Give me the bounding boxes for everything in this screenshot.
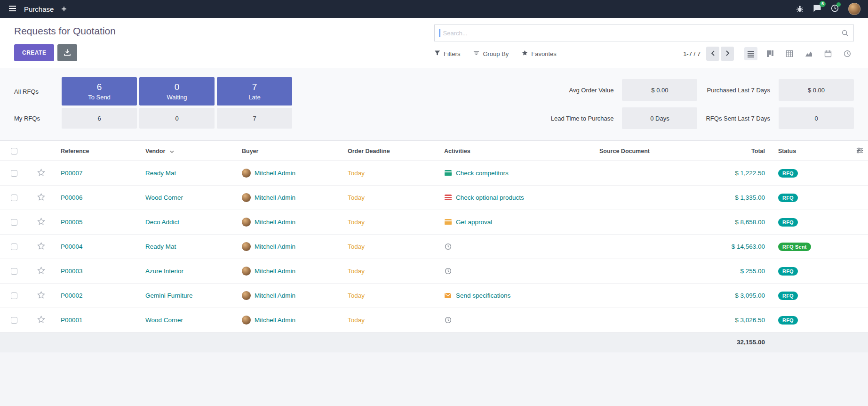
my-rfqs-label[interactable]: My RFQs <box>14 115 59 122</box>
vendor-link[interactable]: Deco Addict <box>145 219 179 226</box>
waiting-card[interactable]: 0 Waiting <box>139 77 215 106</box>
activity-label[interactable]: Check competitors <box>456 170 509 177</box>
vendor-link[interactable]: Ready Mat <box>145 243 176 250</box>
messages-button[interactable]: 5 <box>813 4 821 14</box>
table-row[interactable]: P00005 Deco Addict Mitchell Admin Today … <box>0 210 868 235</box>
favorite-star-icon[interactable] <box>37 242 45 250</box>
activity-icon[interactable] <box>444 194 452 201</box>
my-to-send-count[interactable]: 6 <box>62 108 137 129</box>
activity-label[interactable]: Check optional products <box>456 194 524 201</box>
activities-button[interactable] <box>831 4 839 14</box>
reference-link[interactable]: P00001 <box>61 317 83 324</box>
kpi-value-rfqs-sent-last-7-days[interactable]: 0 <box>779 107 854 129</box>
favorite-star-icon[interactable] <box>37 193 45 201</box>
table-row[interactable]: P00007 Ready Mat Mitchell Admin Today Ch… <box>0 161 868 186</box>
reference-link[interactable]: P00003 <box>61 268 83 275</box>
activity-icon[interactable] <box>444 317 452 324</box>
buyer-link[interactable]: Mitchell Admin <box>255 194 295 201</box>
view-kanban-icon[interactable] <box>764 47 777 60</box>
activity-icon[interactable] <box>444 292 452 299</box>
all-rfqs-label[interactable]: All RFQs <box>14 88 59 95</box>
favorite-star-icon[interactable] <box>37 316 45 323</box>
create-button[interactable]: CREATE <box>14 44 54 61</box>
table-row[interactable]: P00001 Wood Corner Mitchell Admin Today … <box>0 308 868 333</box>
app-menu-label[interactable]: Purchase <box>24 5 54 13</box>
activity-label[interactable]: Send specifications <box>456 292 510 299</box>
reference-link[interactable]: P00005 <box>61 219 83 226</box>
view-activity-icon[interactable] <box>841 47 854 60</box>
late-card[interactable]: 7 Late <box>217 77 292 106</box>
buyer-link[interactable]: Mitchell Admin <box>255 317 295 324</box>
vendor-link[interactable]: Ready Mat <box>145 170 176 177</box>
filters-button[interactable]: Filters <box>434 50 460 57</box>
kpi-value-lead-time-to-purchase[interactable]: 0 Days <box>622 107 697 129</box>
favorite-star-icon[interactable] <box>37 169 45 176</box>
search-icon[interactable] <box>842 30 849 37</box>
table-header-row: Reference Vendor Buyer Order Deadline Ac… <box>0 141 868 161</box>
my-late-count[interactable]: 7 <box>217 108 292 129</box>
activity-icon[interactable] <box>444 243 452 250</box>
view-graph-icon[interactable] <box>802 47 815 60</box>
vendor-link[interactable]: Azure Interior <box>145 268 183 275</box>
row-checkbox[interactable] <box>11 219 17 226</box>
activity-icon[interactable] <box>444 170 452 177</box>
favorite-star-icon[interactable] <box>37 267 45 274</box>
vendor-link[interactable]: Wood Corner <box>145 317 183 324</box>
buyer-link[interactable]: Mitchell Admin <box>255 219 295 226</box>
pager-previous-button[interactable] <box>706 47 719 61</box>
search-input[interactable] <box>442 29 840 37</box>
debug-bug-icon[interactable] <box>796 5 804 13</box>
header-order-deadline[interactable]: Order Deadline <box>341 141 438 161</box>
group-by-button[interactable]: Group By <box>473 50 509 57</box>
vendor-link[interactable]: Gemini Furniture <box>145 292 193 299</box>
activity-icon[interactable] <box>444 219 452 226</box>
row-checkbox[interactable] <box>11 268 17 275</box>
header-vendor-label: Vendor <box>145 148 165 154</box>
header-vendor[interactable]: Vendor <box>139 141 235 161</box>
header-buyer[interactable]: Buyer <box>235 141 341 161</box>
activity-icon[interactable] <box>444 268 452 275</box>
kpi-value-purchased-last-7-days[interactable]: $ 0.00 <box>779 79 854 101</box>
select-all-checkbox[interactable] <box>11 148 17 154</box>
view-pivot-icon[interactable] <box>783 47 796 60</box>
favorites-button[interactable]: Favorites <box>522 50 556 57</box>
activity-label[interactable]: Get approval <box>456 219 492 226</box>
kpi-value-avg-order-value[interactable]: $ 0.00 <box>622 79 697 101</box>
pager-next-button[interactable] <box>721 47 734 61</box>
header-status[interactable]: Status <box>772 141 852 161</box>
header-total[interactable]: Total <box>710 141 772 161</box>
table-row[interactable]: P00002 Gemini Furniture Mitchell Admin T… <box>0 284 868 308</box>
header-reference[interactable]: Reference <box>54 141 139 161</box>
row-checkbox[interactable] <box>11 292 17 299</box>
view-calendar-icon[interactable] <box>821 47 835 60</box>
plus-icon[interactable] <box>60 5 68 13</box>
buyer-link[interactable]: Mitchell Admin <box>255 243 295 250</box>
row-checkbox[interactable] <box>11 195 17 201</box>
export-button[interactable] <box>57 44 77 61</box>
header-activities[interactable]: Activities <box>438 141 593 161</box>
apps-menu-button[interactable] <box>8 4 17 14</box>
favorite-star-icon[interactable] <box>37 291 45 299</box>
buyer-link[interactable]: Mitchell Admin <box>255 292 295 299</box>
vendor-link[interactable]: Wood Corner <box>145 194 183 201</box>
row-checkbox[interactable] <box>11 317 17 324</box>
view-list-icon[interactable] <box>744 47 757 60</box>
reference-link[interactable]: P00006 <box>61 194 83 201</box>
reference-link[interactable]: P00007 <box>61 170 83 177</box>
header-source-document[interactable]: Source Document <box>593 141 710 161</box>
my-waiting-count[interactable]: 0 <box>139 108 215 129</box>
favorites-label: Favorites <box>531 50 556 57</box>
to-send-card[interactable]: 6 To Send <box>62 77 137 106</box>
table-row[interactable]: P00004 Ready Mat Mitchell Admin Today $ … <box>0 235 868 259</box>
favorite-star-icon[interactable] <box>37 218 45 225</box>
user-avatar[interactable] <box>848 3 860 15</box>
buyer-link[interactable]: Mitchell Admin <box>255 170 295 177</box>
row-checkbox[interactable] <box>11 170 17 177</box>
reference-link[interactable]: P00002 <box>61 292 83 299</box>
table-row[interactable]: P00006 Wood Corner Mitchell Admin Today … <box>0 186 868 210</box>
buyer-link[interactable]: Mitchell Admin <box>255 268 295 275</box>
row-checkbox[interactable] <box>11 244 17 250</box>
table-row[interactable]: P00003 Azure Interior Mitchell Admin Tod… <box>0 259 868 284</box>
optional-columns-icon[interactable] <box>856 147 863 154</box>
reference-link[interactable]: P00004 <box>61 243 83 250</box>
